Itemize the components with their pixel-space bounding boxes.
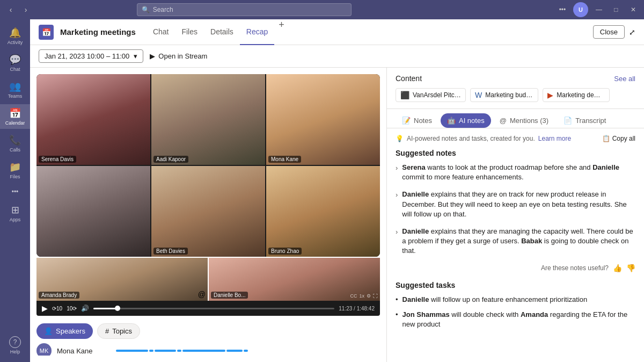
user-avatar[interactable]: U [573, 2, 588, 17]
content-title: Content [396, 74, 422, 83]
transcript-tab-icon: 📄 [564, 117, 572, 125]
bullet-2: • [396, 310, 398, 329]
note-text-1: Serena wants to look at the product road… [402, 163, 635, 182]
sidebar-item-calendar[interactable]: 📅 Calendar [0, 104, 30, 129]
copy-icon: 📋 [602, 135, 610, 142]
search-icon: 🔍 [142, 6, 150, 13]
files-icon: 📁 [9, 161, 21, 173]
speaker-name-mona: Mona Kane [57, 347, 111, 355]
thumbs-down-button[interactable]: 👎 [626, 264, 635, 272]
tab-notes[interactable]: 📝 Notes [396, 113, 438, 128]
sidebar-item-chat[interactable]: 💬 Chat [0, 50, 30, 75]
copy-all-button[interactable]: 📋 Copy all [602, 135, 635, 142]
video-feed-serena [36, 74, 150, 165]
tab-ai-notes[interactable]: 🤖 AI notes [441, 113, 491, 128]
at-icon: @ [198, 290, 206, 299]
volume-button[interactable]: 🔊 [81, 305, 89, 312]
tab-speakers[interactable]: 👤 Speakers [36, 323, 93, 339]
suggested-notes-title: Suggested notes [396, 149, 635, 157]
popout-button[interactable]: ⤢ [629, 25, 635, 39]
title-bar: ‹ › 🔍 ••• U — □ ✕ [0, 0, 644, 19]
video-cell-amanda: Amanda Brady @ [36, 258, 208, 301]
tab-details[interactable]: Details [204, 19, 240, 45]
sidebar-item-more[interactable]: ••• [0, 185, 30, 199]
stream-file-icon: ▶ [547, 91, 553, 99]
sidebar-item-apps-label: Apps [10, 217, 21, 222]
suggested-note-3: › Danielle explains that they are managi… [396, 227, 635, 256]
sidebar-item-calls[interactable]: 📞 Calls [0, 131, 30, 156]
speakers-list: MK Mona Kane [36, 343, 380, 356]
learn-more-link[interactable]: Learn more [538, 135, 571, 142]
notes-feedback: Are these notes useful? 👍 👎 [396, 264, 635, 272]
forward-button[interactable]: › [19, 3, 32, 16]
speaker-bars-mona [116, 346, 378, 355]
video-controls: ▶ ⟳10 10⟳ 🔊 11:23 / 1:48:42 [36, 301, 380, 316]
see-all-button[interactable]: See all [614, 75, 635, 83]
sidebar-item-files-label: Files [10, 174, 20, 179]
video-overlay-danielle: CC 1x ⚙ ⛶ [350, 293, 378, 299]
app-layout: 🔔 Activity 💬 Chat 👥 Teams 📅 Calendar 📞 C… [0, 19, 644, 362]
bar [116, 350, 148, 352]
sidebar-item-help[interactable]: ? Help [9, 333, 21, 358]
more-button[interactable]: ••• [556, 3, 569, 16]
progress-handle[interactable] [115, 306, 120, 311]
video-feed-bruno [266, 166, 380, 257]
close-meeting-button[interactable]: Close [593, 25, 625, 39]
video-cell-bruno: Bruno Zhao [266, 166, 380, 257]
suggested-tasks-title: Suggested tasks [396, 281, 635, 289]
sidebar-item-help-label: Help [10, 349, 20, 354]
tab-topics[interactable]: # Topics [97, 323, 140, 339]
meeting-icon: 📅 [39, 25, 54, 40]
back-button[interactable]: ‹ [4, 3, 17, 16]
notes-tab-icon: 📝 [402, 117, 411, 125]
more-icon: ••• [12, 188, 19, 196]
speakers-icon: 👤 [44, 327, 53, 335]
word-icon: W [475, 91, 482, 99]
open-in-stream-button[interactable]: ▶ Open in Stream [150, 52, 207, 60]
sidebar-item-teams[interactable]: 👥 Teams [0, 77, 30, 102]
tab-mentions[interactable]: @ Mentions (3) [493, 113, 555, 128]
maximize-button[interactable]: □ [610, 3, 623, 16]
content-area: 📅 Marketing meetings Chat Files Details … [30, 19, 644, 362]
participant-label-beth: Beth Davies [153, 248, 188, 255]
meeting-tabs: Chat Files Details Recap + [147, 19, 289, 45]
close-window-button[interactable]: ✕ [627, 3, 640, 16]
speaker-row-mona: MK Mona Kane [36, 343, 378, 356]
suggested-note-2: › Danielle explains that they are on tra… [396, 190, 635, 219]
thumbs-up-button[interactable]: 👍 [613, 264, 622, 272]
tab-transcript[interactable]: 📄 Transcript [557, 113, 612, 128]
apps-icon: ⊞ [11, 204, 19, 216]
cc-icon: CC [350, 293, 357, 299]
tab-recap[interactable]: Recap [240, 19, 274, 45]
video-cell-mona: Mona Kane [266, 74, 380, 165]
copy-all-label: Copy all [612, 135, 635, 142]
meeting-header: 📅 Marketing meetings Chat Files Details … [30, 19, 644, 45]
skip-button[interactable]: 10⟳ [67, 306, 77, 312]
file-word[interactable]: W Marketing budget... [470, 88, 538, 102]
file-name-ppt: VanArsdel PitchDe... [413, 91, 461, 99]
ai-powered-text: 💡 AI-powered notes and tasks, created fo… [396, 135, 571, 142]
sidebar-item-activity[interactable]: 🔔 Activity [0, 24, 30, 48]
sidebar-item-apps[interactable]: ⊞ Apps [0, 201, 30, 226]
add-tab-button[interactable]: + [274, 19, 289, 45]
date-selector[interactable]: Jan 21, 2023 10:00 – 11:00 ▾ [39, 49, 143, 63]
search-input[interactable] [153, 6, 347, 13]
tab-files[interactable]: Files [175, 19, 204, 45]
video-feed-mona [266, 74, 380, 165]
ai-powered-bar: 💡 AI-powered notes and tasks, created fo… [396, 135, 635, 142]
chevron-icon-2: › [396, 190, 398, 219]
video-feed-beth [151, 166, 265, 257]
title-bar-actions: ••• U — □ ✕ [556, 2, 640, 17]
minimize-button[interactable]: — [592, 3, 605, 16]
sidebar-item-calls-label: Calls [10, 147, 20, 153]
content-header: Content See all [396, 74, 635, 83]
progress-bar[interactable] [93, 308, 334, 309]
tab-chat[interactable]: Chat [147, 19, 175, 45]
sidebar-item-files[interactable]: 📁 Files [0, 158, 30, 183]
speaker-tabs: 👤 Speakers # Topics [36, 323, 380, 339]
search-bar[interactable]: 🔍 [137, 3, 352, 16]
play-button[interactable]: ▶ [42, 304, 48, 313]
rewind-button[interactable]: ⟳10 [52, 306, 62, 312]
file-ppt[interactable]: ⬛ VanArsdel PitchDe... [396, 88, 466, 102]
file-stream[interactable]: ▶ Marketing demo... [543, 88, 610, 102]
